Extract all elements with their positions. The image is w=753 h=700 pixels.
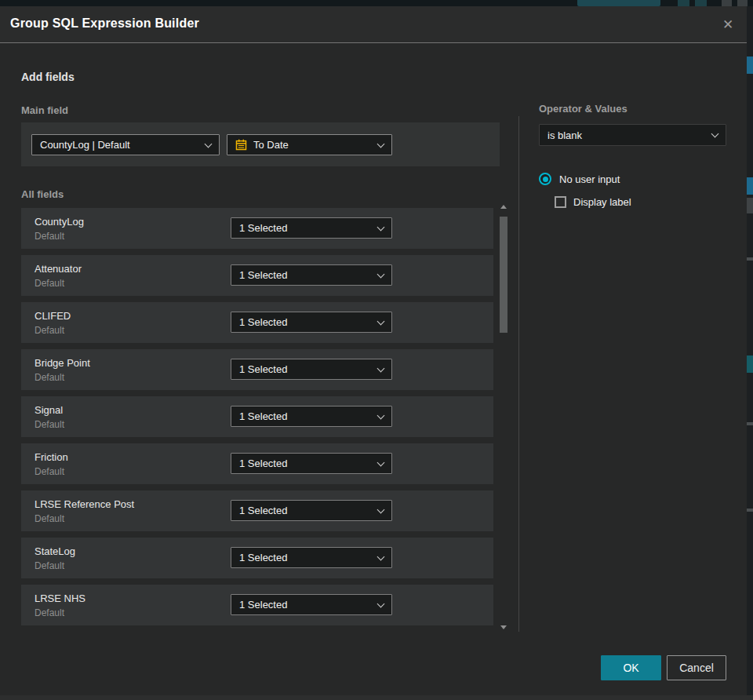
- background-toolbar-icon: [695, 0, 707, 6]
- main-field-value-select-value: To Date: [253, 139, 366, 151]
- live-view-label: Live view: [596, 0, 635, 2]
- main-field-panel: CountyLog | Default To Date: [21, 122, 500, 166]
- field-row: Signal Default 1 Selected: [21, 396, 493, 437]
- background-right-sliver: [747, 6, 753, 700]
- chevron-down-icon: [377, 223, 385, 231]
- main-field-select[interactable]: CountyLog | Default: [31, 134, 220, 155]
- field-selected-dropdown[interactable]: 1 Selected: [231, 312, 392, 333]
- display-label-label: Display label: [573, 196, 631, 208]
- field-selected-value: 1 Selected: [239, 363, 372, 375]
- field-selected-value: 1 Selected: [239, 269, 372, 281]
- field-selected-dropdown[interactable]: 1 Selected: [231, 217, 392, 239]
- operator-select-value: is blank: [547, 129, 706, 141]
- field-selected-value: 1 Selected: [239, 222, 372, 234]
- field-row: Bridge Point Default 1 Selected: [21, 349, 493, 390]
- operator-select[interactable]: is blank: [539, 124, 726, 146]
- add-fields-heading: Add fields: [21, 71, 75, 83]
- all-fields-label: All fields: [21, 188, 64, 200]
- scrollbar-thumb[interactable]: [500, 217, 507, 333]
- list-scrollbar[interactable]: [499, 202, 509, 632]
- field-row: LRSE Reference Post Default 1 Selected: [21, 490, 493, 531]
- field-selected-dropdown[interactable]: 1 Selected: [231, 547, 392, 568]
- background-app-strip: Live view: [0, 0, 753, 6]
- all-fields-list: CountyLog Default 1 Selected Attenuator …: [21, 208, 493, 632]
- no-user-input-radio[interactable]: No user input: [539, 173, 620, 185]
- field-selected-value: 1 Selected: [239, 410, 372, 422]
- chevron-down-icon: [377, 317, 385, 325]
- field-selected-dropdown[interactable]: 1 Selected: [231, 594, 392, 615]
- chevron-down-icon: [377, 411, 385, 419]
- field-selected-value: 1 Selected: [239, 505, 372, 516]
- chevron-down-icon: [377, 458, 385, 466]
- field-row: Friction Default 1 Selected: [21, 443, 493, 484]
- field-selected-dropdown[interactable]: 1 Selected: [231, 500, 392, 521]
- panel-divider: [518, 116, 519, 632]
- field-selected-dropdown[interactable]: 1 Selected: [231, 406, 392, 427]
- scroll-up-icon[interactable]: [500, 205, 507, 209]
- field-row: CLIFED Default 1 Selected: [21, 302, 493, 343]
- main-field-label: Main field: [21, 104, 68, 116]
- operator-values-label: Operator & Values: [539, 103, 628, 115]
- background-toolbar-icon: [678, 0, 689, 6]
- field-selected-value: 1 Selected: [239, 316, 372, 328]
- live-view-button[interactable]: Live view: [577, 0, 660, 6]
- scroll-down-icon[interactable]: [500, 625, 507, 629]
- field-selected-value: 1 Selected: [239, 458, 372, 469]
- cancel-button[interactable]: Cancel: [667, 655, 726, 680]
- ok-button[interactable]: OK: [601, 655, 661, 680]
- chevron-down-icon: [377, 552, 385, 560]
- chevron-down-icon: [377, 270, 385, 278]
- dialog-titlebar: Group SQL Expression Builder ✕: [0, 6, 747, 43]
- chevron-down-icon: [377, 600, 385, 607]
- dialog-title: Group SQL Expression Builder: [10, 16, 199, 31]
- field-row: StateLog Default 1 Selected: [21, 538, 493, 578]
- field-selected-dropdown[interactable]: 1 Selected: [231, 359, 392, 380]
- no-user-input-label: No user input: [559, 173, 620, 185]
- field-selected-value: 1 Selected: [239, 599, 372, 611]
- background-toolbar-icon: [737, 0, 748, 6]
- checkbox-unchecked-icon: [555, 196, 566, 208]
- background-bottom-sliver: [0, 695, 753, 700]
- background-toolbar-icon: [722, 0, 732, 6]
- main-field-select-value: CountyLog | Default: [40, 139, 199, 151]
- close-icon[interactable]: ✕: [717, 14, 739, 36]
- chevron-down-icon: [205, 140, 213, 148]
- main-field-value-select[interactable]: To Date: [227, 134, 392, 155]
- field-row: CountyLog Default 1 Selected: [21, 208, 493, 249]
- field-row: LRSE NHS Default 1 Selected: [21, 585, 493, 625]
- display-label-checkbox[interactable]: Display label: [555, 196, 631, 208]
- field-selected-value: 1 Selected: [239, 552, 372, 563]
- calendar-icon: [235, 139, 247, 151]
- chevron-down-icon: [377, 505, 385, 513]
- field-selected-dropdown[interactable]: 1 Selected: [231, 264, 392, 286]
- field-selected-dropdown[interactable]: 1 Selected: [231, 453, 392, 474]
- chevron-down-icon: [377, 364, 385, 372]
- radio-selected-icon: [539, 173, 551, 185]
- field-row: Attenuator Default 1 Selected: [21, 255, 493, 296]
- chevron-down-icon: [377, 140, 385, 148]
- chevron-down-icon: [711, 130, 719, 138]
